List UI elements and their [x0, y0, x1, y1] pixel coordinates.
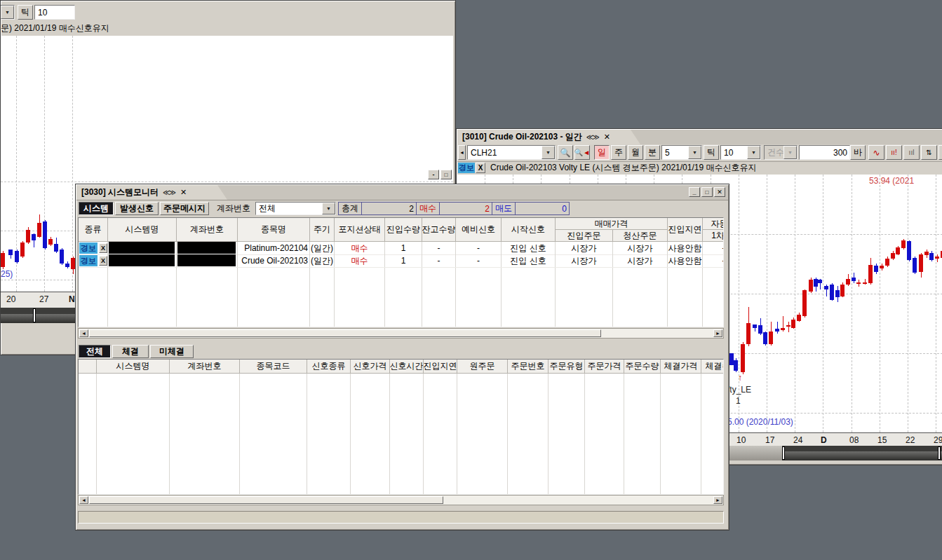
total-label: 총계 [342, 203, 358, 214]
close-button[interactable]: ✕ [714, 187, 725, 197]
table-row[interactable]: 경보XPlatinum-202104(일간)매수1--진입 신호시장가시장가사용… [79, 242, 724, 255]
scroll-right-arrow[interactable]: ► [713, 329, 722, 337]
tab-order-messages[interactable]: 주문메시지 [160, 202, 209, 215]
axis-tick: 15 [877, 435, 887, 445]
period-day-label: 일 [598, 146, 606, 158]
tab-system[interactable]: 시스템 [79, 202, 114, 215]
bar-type-button[interactable]: 바 [850, 145, 866, 160]
left-minute-combobox[interactable]: 5 ▼ [0, 5, 15, 20]
document-icon-button[interactable]: 🗋 [938, 145, 942, 160]
tab-unfilled[interactable]: 미체결 [150, 345, 194, 358]
sort-updown-icon-button[interactable]: ⇅ [921, 145, 937, 160]
monitor-titlebar[interactable]: [3030] 시스템모니터 ≪≫ ✕ _ □ ✕ [76, 185, 728, 200]
sell-value-box: 0 [515, 202, 570, 215]
candle-up [786, 325, 790, 327]
chart-window-title-tab[interactable]: [3010] Crude Oil-202103 - 일간 ≪≫ ✕ [457, 130, 640, 144]
monitor-window-title: [3030] 시스템모니터 [81, 186, 159, 198]
tab-all-orders[interactable]: 전체 [79, 345, 111, 358]
chevron-down-icon[interactable]: ▼ [1, 6, 14, 19]
status-bar [78, 511, 724, 524]
chevron-down-icon[interactable]: ▼ [541, 146, 555, 159]
column-header: 포지션상태 [335, 218, 385, 242]
alert-message: Crude Oil-202103 Volty LE (시스템 경보주문) 202… [490, 163, 756, 173]
search-button[interactable]: 🔍 [558, 145, 573, 160]
left-tick-button[interactable]: 틱 [18, 5, 33, 20]
minute-combobox[interactable]: 5 ▼ [661, 145, 702, 160]
left-tick-combobox[interactable]: 10 [34, 5, 75, 20]
axis-tick: 17 [765, 435, 774, 445]
alert-close-button[interactable]: X [476, 163, 485, 173]
tab-filled[interactable]: 체결 [112, 345, 149, 358]
column-gridline [548, 374, 549, 495]
scroll-left-arrow[interactable]: ◄ [79, 329, 88, 337]
axis-tick: 22 [906, 435, 915, 445]
tick-combobox[interactable]: 10 ▼ [720, 145, 761, 160]
positions-hscrollbar[interactable]: ◄ ► [78, 328, 724, 339]
search-back-button[interactable]: 🔍◄ [574, 145, 590, 160]
minimize-icon: _ [692, 189, 696, 196]
chevron-down-icon[interactable]: ▼ [322, 203, 335, 214]
tab-label: 주문메시지 [163, 203, 206, 214]
candle-up [868, 265, 873, 283]
minimize-button[interactable]: - [428, 170, 439, 179]
tab-signals[interactable]: 발생신호 [115, 202, 159, 215]
gridline [852, 175, 852, 432]
gridline [1, 182, 453, 182]
navigator-handle-left[interactable] [782, 446, 785, 460]
navigator-profile [782, 451, 942, 460]
orders-table[interactable]: 시스템명계좌번호종목코드신호종류신호가격신호시간진입지연원주문주문번호주문유형주… [78, 359, 724, 495]
tick-label: 틱 [707, 146, 715, 158]
row-close-button[interactable]: X [99, 243, 107, 253]
maximize-button[interactable]: □ [701, 187, 713, 197]
period-day-button[interactable]: 일 [594, 145, 610, 160]
symbol-combobox[interactable]: CLH21 ▼ [467, 145, 556, 160]
chart-window-titlebar[interactable]: [3010] Crude Oil-202103 - 일간 ≪≫ ✕ [457, 130, 942, 145]
table-cell: 시장가 [556, 254, 613, 267]
candle-up [863, 282, 867, 284]
collapse-left-button[interactable]: ◄ [458, 145, 466, 160]
column-header: 계좌번호 [170, 360, 240, 374]
bar-chart-gray-icon-button[interactable]: ııl [903, 145, 920, 160]
column-header: 신호종류 [307, 360, 351, 374]
positions-table[interactable]: 종류시스템명계좌번호종목명주기포지션상태진입수량잔고수량예비신호시작신호진입주문… [78, 217, 724, 327]
tick-button[interactable]: 틱 [704, 145, 719, 160]
period-minute-button[interactable]: 분 [645, 145, 660, 160]
gridline [767, 175, 767, 432]
candle-down [32, 234, 36, 240]
column-header: 시스템명 [108, 218, 177, 242]
scroll-right-arrow[interactable]: ► [713, 496, 722, 504]
gridline [880, 175, 880, 432]
navigator-handle-right[interactable] [938, 446, 941, 460]
scroll-left-arrow[interactable]: ◄ [79, 496, 88, 504]
column-header: 주기 [310, 218, 335, 242]
swap-icon[interactable]: ≪≫ [586, 133, 598, 141]
chevron-down-icon[interactable]: ▼ [688, 146, 701, 159]
bars-count-input[interactable]: 300 [799, 145, 850, 160]
scroll-thumb[interactable] [89, 329, 601, 337]
desktop: 5 ▼ 틱 10 문) 2021/01/19 매수신호유지 25) 20 27 … [0, 0, 942, 560]
alert-badge: 경보 [79, 255, 97, 266]
period-week-button[interactable]: 주 [611, 145, 626, 160]
search-icon: 🔍 [560, 148, 571, 158]
buy-count-value: 2 [485, 204, 490, 214]
close-icon[interactable]: ✕ [604, 132, 610, 142]
restore-button[interactable]: □ [440, 170, 452, 179]
orders-hscrollbar[interactable]: ◄ ► [78, 495, 724, 505]
left-tick-label: 틱 [21, 6, 29, 18]
table-cell: 1 [385, 242, 422, 254]
line-chart-icon-button[interactable]: ∿ [868, 145, 884, 160]
account-combobox[interactable]: 전체 ▼ [255, 202, 336, 215]
monitor-title-tab[interactable]: [3030] 시스템모니터 ≪≫ ✕ [76, 185, 227, 200]
close-icon[interactable]: ✕ [180, 188, 187, 197]
swap-icon[interactable]: ≪≫ [163, 189, 175, 196]
chevron-down-icon[interactable]: ▼ [747, 146, 760, 159]
scroll-thumb[interactable] [89, 496, 443, 504]
minimize-button[interactable]: _ [689, 187, 700, 197]
row-close-button[interactable]: X [99, 256, 107, 266]
bar-chart-red-icon-button[interactable]: ıı! [886, 145, 902, 160]
candle-up [919, 254, 923, 272]
navigator-range[interactable] [782, 446, 942, 460]
navigator-handle[interactable] [33, 308, 36, 322]
table-row[interactable]: 경보XCrude Oil-202103(일간)매수1--진입 신호시장가시장가사… [79, 254, 724, 268]
period-month-button[interactable]: 월 [628, 145, 643, 160]
